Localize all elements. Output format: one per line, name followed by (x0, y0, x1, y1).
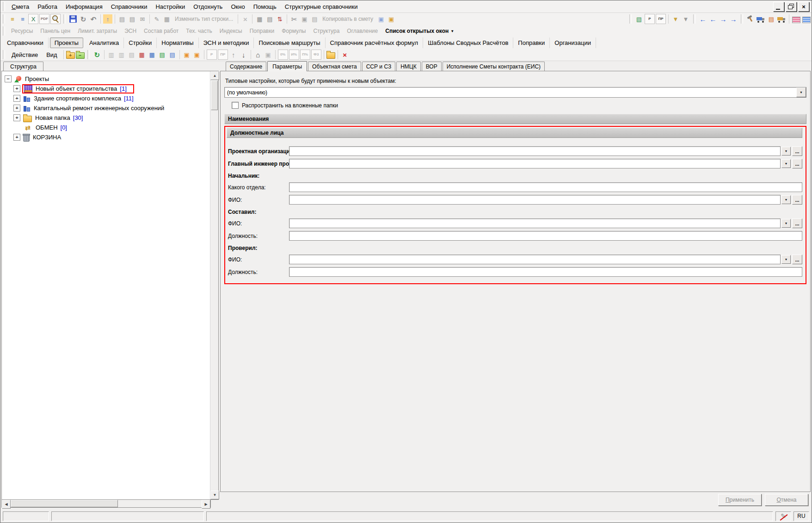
toolbar-grip[interactable] (63, 14, 66, 24)
toolbar-grip[interactable] (3, 2, 5, 11)
home-icon[interactable]: ⌂ (253, 50, 263, 59)
main-tab-1[interactable]: Справочники (2, 37, 49, 48)
default-settings-combo[interactable]: (по умолчанию) ▼ (224, 87, 806, 98)
panel-label-6[interactable]: Тех. часть (186, 28, 212, 34)
price-p-icon[interactable]: P (645, 14, 655, 24)
toolbar-grip[interactable] (693, 14, 695, 24)
main-tab-11[interactable]: Организации (550, 37, 596, 48)
toolbar-grip[interactable] (3, 50, 5, 59)
right-tab-4[interactable]: ССР и СЗ (362, 62, 396, 71)
sort-rows-icon[interactable]: ⇅ (275, 14, 284, 24)
doc-green-icon[interactable]: ▤ (158, 50, 167, 59)
dropdown-button[interactable]: ▼ (781, 147, 791, 156)
expander-icon[interactable]: − (5, 75, 12, 82)
menu-item-7[interactable]: Окно (227, 2, 249, 12)
paste-as-page-icon[interactable]: ▣ (376, 14, 386, 24)
action-menu-2[interactable]: Вид (42, 50, 62, 60)
field-input[interactable] (289, 195, 781, 205)
materials-icon[interactable]: ▤ (767, 14, 776, 24)
main-tab-3[interactable]: Аналитика (85, 37, 124, 48)
field-input[interactable] (289, 255, 781, 264)
copy-structure-icon[interactable]: ▥ (117, 50, 126, 59)
expander-icon[interactable]: + (13, 114, 20, 121)
menu-item-4[interactable]: Справочники (107, 2, 152, 12)
scroll-down-icon[interactable]: ▼ (210, 491, 219, 499)
move-down-icon[interactable]: ↓ (239, 50, 248, 59)
percent-i-icon[interactable]: И% (289, 50, 299, 60)
menu-item-1[interactable]: Смета (7, 2, 33, 12)
field-input[interactable] (289, 182, 802, 192)
language-indicator[interactable]: RU (794, 511, 809, 521)
open-windows-button[interactable]: Список открытых окон ▼ (385, 28, 454, 34)
field-input[interactable] (289, 146, 781, 156)
expander-icon[interactable]: + (13, 95, 20, 102)
import-estimate-icon[interactable]: ▦ (137, 50, 147, 59)
toolbar-grip[interactable] (3, 14, 5, 24)
expander-icon[interactable]: + (13, 134, 20, 141)
tree-add-icon[interactable]: ≡ (18, 14, 27, 24)
change-row-type-label[interactable]: Изменить тип строки... (175, 16, 233, 22)
send-row-icon[interactable]: ✎ (152, 14, 161, 24)
main-tab-5[interactable]: Нормативы (157, 37, 198, 48)
scroll-right-icon[interactable]: ▶ (202, 500, 210, 509)
norm-catalog-icon[interactable]: ▧ (634, 14, 644, 24)
comment-settings-icon[interactable]: ✉ (138, 14, 147, 24)
delete-icon[interactable]: × (340, 50, 350, 59)
menu-item-3[interactable]: Информация (62, 2, 107, 12)
panel-label-10[interactable]: Структура (313, 28, 339, 34)
panel-label-4[interactable]: ЭСН (124, 28, 136, 34)
ellipsis-button[interactable]: ... (792, 195, 802, 205)
excel-export-icon[interactable]: X (28, 14, 38, 24)
cancel-button[interactable]: Отмена (765, 494, 808, 506)
scroll-thumb[interactable] (11, 500, 118, 507)
right-tab-3[interactable]: Объектная смета (308, 62, 361, 71)
percent-f-icon[interactable]: Ф3 (311, 50, 321, 60)
tree-vertical-scrollbar[interactable]: ▲ ▼ (210, 71, 218, 499)
copy-object-icon[interactable]: ▥ (107, 50, 116, 59)
menu-item-6[interactable]: Отдохнуть (189, 2, 227, 12)
move-up-icon[interactable]: ↑ (229, 50, 238, 59)
building-row-icon[interactable]: ▦ (162, 14, 172, 24)
main-tab-9[interactable]: Шаблоны Сводных Расчётов (423, 37, 513, 48)
main-tab-10[interactable]: Поправки (513, 37, 550, 48)
toolbar-grip[interactable] (741, 14, 743, 24)
doc-blue-icon[interactable]: ▤ (168, 50, 177, 59)
menu-item-5[interactable]: Настройки (151, 2, 189, 12)
panel-label-8[interactable]: Поправки (250, 28, 274, 34)
wizard-2-icon[interactable]: ▣ (192, 50, 202, 59)
panel-label-11[interactable]: Оглавление (347, 28, 378, 34)
price-pr-2-icon[interactable]: ПР (218, 50, 228, 60)
tree-item-3[interactable]: +Здание спортивного комплекса[11] (5, 93, 210, 103)
dropdown-button[interactable]: ▼ (796, 87, 806, 97)
ellipsis-button[interactable]: ... (792, 146, 802, 156)
price-p-2-icon[interactable]: P (207, 50, 217, 60)
scroll-up-icon[interactable]: ▲ (210, 71, 219, 80)
dropdown-button[interactable]: ▼ (781, 159, 791, 168)
expander-icon[interactable]: + (13, 85, 20, 92)
copy-icon[interactable]: ▣ (300, 14, 309, 24)
ellipsis-button[interactable]: ... (792, 159, 802, 168)
tab-structure[interactable]: Структура (3, 62, 43, 71)
panel-label-3[interactable]: Лимит. затраты (78, 28, 117, 34)
tree-item-5[interactable]: +Новая папка[30] (5, 113, 210, 123)
tree-item-4[interactable]: +Капитальный ремонт инженерных сооружени… (5, 103, 210, 113)
menu-item-2[interactable]: Работа (33, 2, 62, 12)
dropdown-button[interactable]: ▼ (781, 219, 791, 228)
filter-create-icon[interactable]: ▼ (671, 14, 680, 24)
main-tab-7[interactable]: Поисковые маршруты (254, 37, 325, 48)
scroll-thumb[interactable] (211, 81, 218, 110)
dropdown-button[interactable]: ▼ (781, 255, 791, 264)
panel-label-5[interactable]: Состав работ (144, 28, 178, 34)
main-tab-6[interactable]: ЭСН и методики (199, 37, 254, 48)
refresh-icon[interactable]: ↻ (79, 14, 88, 24)
export-estimate-icon[interactable]: ▦ (148, 50, 157, 59)
restore-button[interactable] (786, 2, 797, 12)
tree-horizontal-scrollbar[interactable]: ◀ ▶ (1, 500, 211, 508)
level-up-icon[interactable]: ← (708, 14, 718, 24)
propagate-checkbox[interactable] (232, 102, 239, 109)
level-last-icon[interactable]: → (729, 14, 738, 24)
menu-item-9[interactable]: Структурные справочники (281, 2, 362, 12)
cut-icon[interactable]: ✂ (289, 14, 299, 24)
note-edit-icon[interactable]: ▤ (265, 14, 274, 24)
calculator-icon[interactable]: ▦ (255, 14, 264, 24)
